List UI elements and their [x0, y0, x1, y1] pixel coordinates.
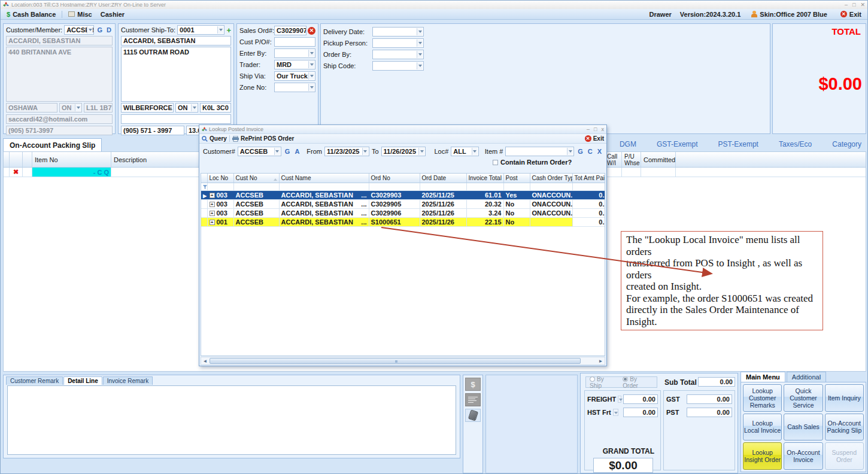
delivery-date-combobox[interactable]	[372, 27, 424, 37]
chevron-down-icon[interactable]	[418, 148, 424, 155]
chevron-down-icon[interactable]	[308, 72, 314, 80]
cash-sales-button[interactable]: Cash Sales	[784, 414, 823, 441]
dialog-minimize-button[interactable]: –	[587, 126, 590, 132]
window-minimize-button[interactable]: –	[845, 2, 848, 8]
pickup-person-combobox[interactable]	[372, 38, 424, 48]
col-invoice-total[interactable]: Invoice Total	[466, 174, 503, 183]
filter-item-field[interactable]	[505, 147, 574, 156]
skin-selector[interactable]: Skin:Office 2007 Blue	[749, 11, 830, 18]
shipto-postal-field[interactable]: K0L 3C0	[200, 103, 231, 113]
customer-code-combobox[interactable]: ACCSEB	[64, 25, 94, 35]
chevron-down-icon[interactable]	[75, 104, 81, 111]
dgm-link[interactable]: DGM	[620, 140, 636, 148]
chevron-down-icon[interactable]	[567, 148, 573, 155]
col-ord-date[interactable]: Ord Date	[420, 174, 466, 183]
ship-code-combobox[interactable]	[372, 61, 424, 71]
expand-row-icon[interactable]: +	[210, 220, 215, 225]
customer-g-button[interactable]: G	[96, 26, 104, 34]
on-account-packing-slip-button[interactable]: On-Account Packing Slip	[825, 414, 864, 441]
clear-order-icon[interactable]: ✕	[308, 27, 315, 35]
invoice-row-highlighted[interactable]: +001 ACCSEB ACCARDI, SEBASTIAN... S10006…	[201, 217, 605, 226]
shipto-province-combobox[interactable]: ON	[175, 103, 198, 113]
lookup-local-invoice-button[interactable]: Lookup Local Invoice	[743, 414, 782, 441]
hst-frt-field[interactable]: 0.00	[623, 408, 658, 417]
invoice-row[interactable]: +003 ACCSEB ACCARDI, SEBASTIAN... C30299…	[201, 199, 605, 208]
drawer-button[interactable]: Drawer	[650, 11, 672, 18]
chevron-down-icon[interactable]	[191, 104, 197, 111]
add-shipto-icon[interactable]: +	[226, 26, 231, 35]
scroll-right-icon[interactable]: ►	[597, 357, 605, 364]
chevron-down-icon[interactable]	[362, 148, 368, 155]
expand-row-icon[interactable]: +	[210, 193, 215, 198]
ship-via-combobox[interactable]: Our Truck	[274, 71, 315, 81]
chevron-down-icon[interactable]	[274, 148, 280, 155]
by-order-radio[interactable]: By Order	[623, 376, 653, 389]
chevron-down-icon[interactable]	[308, 50, 314, 57]
enter-by-combobox[interactable]	[274, 48, 315, 58]
committed-column-header[interactable]: Committed	[641, 152, 676, 167]
tab-on-account-packing-slip[interactable]: On-Account Packing Slip	[3, 138, 102, 151]
customer-d-button[interactable]: D	[105, 26, 113, 34]
trader-combobox[interactable]: MRD	[274, 60, 315, 69]
horizontal-scrollbar[interactable]: ◄ ►	[201, 357, 605, 365]
shipto-address-field[interactable]: 1115 OUTRAM ROAD	[121, 47, 231, 102]
filter-from-date[interactable]: 11/23/2025	[324, 147, 369, 156]
lookup-customer-remarks-button[interactable]: Lookup Customer Remarks	[743, 384, 782, 412]
hst-frt-dropdown-icon[interactable]	[613, 409, 618, 416]
dialog-titlebar[interactable]: Lookup Posted Invoice – □ x	[199, 125, 606, 134]
filter-customer-g-button[interactable]: G	[284, 148, 292, 155]
filter-item-c-button[interactable]: C	[587, 148, 594, 155]
col-cust-name[interactable]: Cust Name	[279, 174, 369, 183]
cust-po-field[interactable]	[274, 37, 315, 47]
window-maximize-button[interactable]: □	[852, 2, 855, 8]
cash-balance-button[interactable]: $ Cash Balance	[4, 11, 58, 18]
taxes-eco-link[interactable]: Taxes/Eco	[779, 140, 812, 148]
chevron-down-icon[interactable]	[87, 26, 93, 34]
contain-return-order-checkbox[interactable]	[493, 160, 498, 165]
pu-whse-cell[interactable]	[622, 168, 641, 177]
cash-button[interactable]: $	[465, 378, 481, 391]
item-inquiry-button[interactable]: Item Inquiry	[825, 384, 864, 412]
chevron-down-icon[interactable]	[417, 28, 423, 35]
col-loc-no[interactable]: Loc No	[207, 174, 233, 183]
dialog-close-button[interactable]: x	[602, 126, 605, 132]
sales-ord-field[interactable]: C3029907	[274, 26, 306, 35]
tab-invoice-remark[interactable]: Invoice Remark	[103, 376, 153, 385]
freight-field[interactable]: 0.00	[623, 394, 658, 404]
filter-customer-a-button[interactable]: A	[293, 148, 304, 155]
chevron-down-icon[interactable]	[308, 84, 314, 91]
chevron-down-icon[interactable]	[417, 51, 423, 58]
filter-to-date[interactable]: 11/26/2025	[381, 147, 426, 156]
delete-row-icon[interactable]: ✖	[10, 168, 23, 177]
cashier-button[interactable]: Cashier	[98, 11, 127, 18]
gst-exempt-link[interactable]: GST-Exempt	[657, 140, 698, 148]
misc-button[interactable]: Misc	[66, 11, 94, 18]
expand-row-icon[interactable]: +	[210, 211, 215, 216]
chevron-down-icon[interactable]	[417, 40, 423, 47]
tab-customer-remark[interactable]: Customer Remark	[6, 376, 63, 385]
detail-line-textarea[interactable]	[7, 385, 456, 455]
invoice-list-icon[interactable]	[465, 393, 481, 406]
tab-additional[interactable]: Additional	[787, 372, 826, 382]
order-by-combobox[interactable]	[372, 50, 424, 59]
dialog-maximize-button[interactable]: □	[594, 126, 597, 132]
quick-customer-service-button[interactable]: Quick Customer Service	[784, 384, 823, 412]
shipto-phone-field[interactable]: (905) 571 - 3997	[121, 126, 184, 135]
pu-whse-column-header[interactable]: P/U Whse	[622, 152, 641, 167]
col-cash-order-type[interactable]: Cash Order Type	[530, 174, 572, 183]
zone-no-combobox[interactable]	[274, 83, 315, 92]
expand-row-icon[interactable]: +	[210, 202, 215, 207]
chevron-down-icon[interactable]	[472, 148, 478, 155]
chevron-down-icon[interactable]	[217, 26, 223, 34]
chevron-down-icon[interactable]	[417, 62, 423, 69]
filter-loc-combobox[interactable]: ALL	[451, 147, 478, 156]
invoice-row[interactable]: ▶ +003 ACCSEB ACCARDI, SEBASTIAN... C302…	[201, 190, 605, 199]
on-account-invoice-button[interactable]: On-Account Invoice	[784, 442, 823, 470]
item-no-entry-field[interactable]: - C Q	[32, 168, 111, 177]
committed-cell[interactable]	[641, 168, 676, 177]
shipto-name-field[interactable]: ACCARDI, SEBASTIAN	[121, 36, 231, 45]
tab-detail-line[interactable]: Detail Line	[63, 376, 102, 385]
col-post[interactable]: Post	[503, 174, 530, 183]
shipto-city-field[interactable]: WILBERFORCE	[121, 103, 174, 113]
scrollbar-thumb[interactable]	[210, 358, 581, 364]
